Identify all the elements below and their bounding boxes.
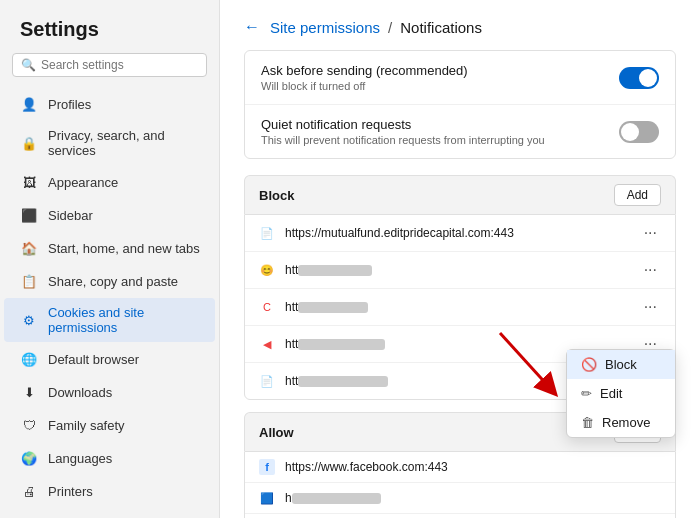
edit-icon: ✏	[581, 386, 592, 401]
site-favicon: 🟦	[259, 490, 275, 506]
context-item-edit[interactable]: ✏Edit	[567, 379, 675, 408]
context-label-remove: Remove	[602, 415, 650, 430]
block-icon: 🚫	[581, 357, 597, 372]
list-item: f https://www.facebook.com:443	[245, 452, 675, 483]
quiet-notifications-row: Quiet notification requests This will pr…	[245, 105, 675, 158]
ask-sending-toggle[interactable]	[619, 67, 659, 89]
printers-icon: 🖨	[20, 482, 38, 500]
sidebar-item-system[interactable]: 💻System and performance	[4, 508, 215, 518]
site-url: htt	[285, 263, 640, 277]
list-item: 🟦 h	[245, 483, 675, 514]
allow-title: Allow	[259, 425, 294, 440]
sidebar-nav: 👤Profiles🔒Privacy, search, and services🖼…	[0, 87, 219, 518]
more-button[interactable]: ···	[640, 296, 661, 318]
sidebar-label-start: Start, home, and new tabs	[48, 241, 200, 256]
cookies-icon: ⚙	[20, 311, 38, 329]
main-content: ← Site permissions / Notifications Ask b…	[220, 0, 700, 518]
site-favicon: 📄	[259, 373, 275, 389]
list-item: 😊 h	[245, 514, 675, 518]
sidebar-label-downloads: Downloads	[48, 385, 112, 400]
ask-sending-title: Ask before sending (recommended)	[261, 63, 468, 78]
site-url: https://mutualfund.editpridecapital.com:…	[285, 226, 640, 240]
sidebar-item-start[interactable]: 🏠Start, home, and new tabs	[4, 232, 215, 264]
site-url: htt	[285, 300, 640, 314]
more-button[interactable]: ···	[640, 222, 661, 244]
privacy-icon: 🔒	[20, 134, 38, 152]
block-title: Block	[259, 188, 294, 203]
sidebar-label-profiles: Profiles	[48, 97, 91, 112]
block-add-button[interactable]: Add	[614, 184, 661, 206]
site-favicon: 😊	[259, 262, 275, 278]
site-url: https://www.facebook.com:443	[285, 460, 661, 474]
toggle-thumb-2	[621, 123, 639, 141]
sidebar-item-sidebar[interactable]: ⬛Sidebar	[4, 199, 215, 231]
search-input[interactable]	[41, 58, 198, 72]
site-favicon: ◀	[259, 336, 275, 352]
remove-icon: 🗑	[581, 415, 594, 430]
breadcrumb: ← Site permissions / Notifications	[220, 0, 700, 50]
list-item: 📄 https://mutualfund.editpridecapital.co…	[245, 215, 675, 252]
sidebar-item-browser[interactable]: 🌐Default browser	[4, 343, 215, 375]
more-button[interactable]: ···	[640, 259, 661, 281]
profiles-icon: 👤	[20, 95, 38, 113]
sidebar-label-printers: Printers	[48, 484, 93, 499]
downloads-icon: ⬇	[20, 383, 38, 401]
sidebar-label-browser: Default browser	[48, 352, 139, 367]
sidebar-item-family[interactable]: 🛡Family safety	[4, 409, 215, 441]
notification-settings: Ask before sending (recommended) Will bl…	[244, 50, 676, 159]
site-url: h	[285, 491, 661, 505]
quiet-notif-toggle[interactable]	[619, 121, 659, 143]
sidebar-item-appearance[interactable]: 🖼Appearance	[4, 166, 215, 198]
site-favicon: C	[259, 299, 275, 315]
search-icon: 🔍	[21, 58, 36, 72]
ask-before-sending-row: Ask before sending (recommended) Will bl…	[245, 51, 675, 105]
sidebar-item-languages[interactable]: 🌍Languages	[4, 442, 215, 474]
sidebar-icon: ⬛	[20, 206, 38, 224]
quiet-notif-sub: This will prevent notification requests …	[261, 134, 545, 146]
sidebar-title: Settings	[0, 0, 219, 53]
sidebar-label-family: Family safety	[48, 418, 125, 433]
start-icon: 🏠	[20, 239, 38, 257]
sidebar-item-cookies[interactable]: ⚙Cookies and site permissions	[4, 298, 215, 342]
share-icon: 📋	[20, 272, 38, 290]
breadcrumb-separator: /	[388, 19, 392, 36]
sidebar-label-languages: Languages	[48, 451, 112, 466]
sidebar-item-downloads[interactable]: ⬇Downloads	[4, 376, 215, 408]
search-box[interactable]: 🔍	[12, 53, 207, 77]
list-item: C htt ···	[245, 289, 675, 326]
breadcrumb-parent[interactable]: Site permissions	[270, 19, 380, 36]
languages-icon: 🌍	[20, 449, 38, 467]
appearance-icon: 🖼	[20, 173, 38, 191]
list-item: 😊 htt ···	[245, 252, 675, 289]
sidebar-label-cookies: Cookies and site permissions	[48, 305, 203, 335]
site-favicon: 📄	[259, 225, 275, 241]
sidebar-label-share: Share, copy and paste	[48, 274, 178, 289]
context-item-block[interactable]: 🚫Block	[567, 350, 675, 379]
allow-list: f https://www.facebook.com:443 🟦 h 😊 h 🟩…	[244, 451, 676, 518]
browser-icon: 🌐	[20, 350, 38, 368]
context-label-edit: Edit	[600, 386, 622, 401]
sidebar-label-appearance: Appearance	[48, 175, 118, 190]
context-label-block: Block	[605, 357, 637, 372]
sidebar-item-profiles[interactable]: 👤Profiles	[4, 88, 215, 120]
family-icon: 🛡	[20, 416, 38, 434]
context-item-remove[interactable]: 🗑Remove	[567, 408, 675, 437]
breadcrumb-current: Notifications	[400, 19, 482, 36]
sidebar-item-printers[interactable]: 🖨Printers	[4, 475, 215, 507]
quiet-notif-title: Quiet notification requests	[261, 117, 545, 132]
block-header: Block Add	[244, 175, 676, 214]
sidebar-item-privacy[interactable]: 🔒Privacy, search, and services	[4, 121, 215, 165]
sidebar-label-sidebar: Sidebar	[48, 208, 93, 223]
sidebar: Settings 🔍 👤Profiles🔒Privacy, search, an…	[0, 0, 220, 518]
site-favicon: f	[259, 459, 275, 475]
ask-sending-sub: Will block if turned off	[261, 80, 468, 92]
toggle-thumb	[639, 69, 657, 87]
context-menu: 🚫Block✏Edit🗑Remove	[566, 349, 676, 438]
back-button[interactable]: ←	[244, 18, 260, 36]
sidebar-label-privacy: Privacy, search, and services	[48, 128, 203, 158]
sidebar-item-share[interactable]: 📋Share, copy and paste	[4, 265, 215, 297]
